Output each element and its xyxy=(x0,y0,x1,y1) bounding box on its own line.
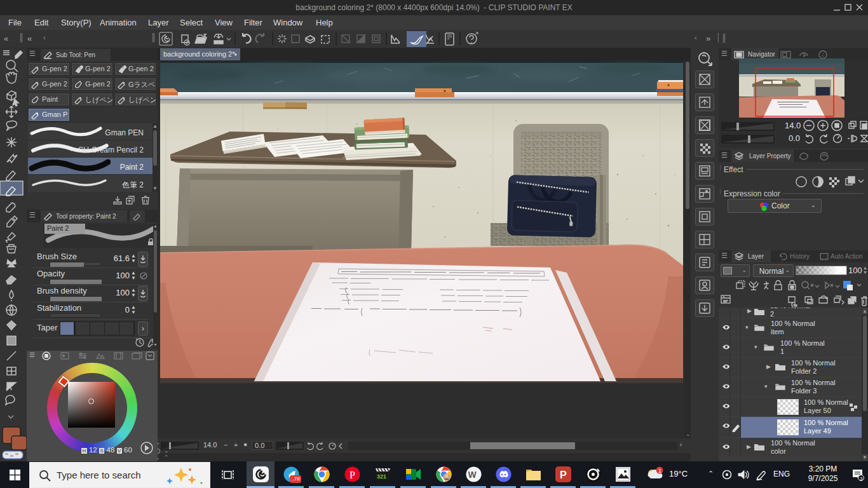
svg-text:P: P xyxy=(560,470,567,480)
svg-text:P: P xyxy=(349,470,355,480)
svg-text:A: A xyxy=(6,381,12,392)
svg-text:321: 321 xyxy=(377,473,386,480)
svg-text:W: W xyxy=(468,470,477,480)
svg-text:1: 1 xyxy=(658,468,661,474)
svg-text:3: 3 xyxy=(860,476,863,482)
